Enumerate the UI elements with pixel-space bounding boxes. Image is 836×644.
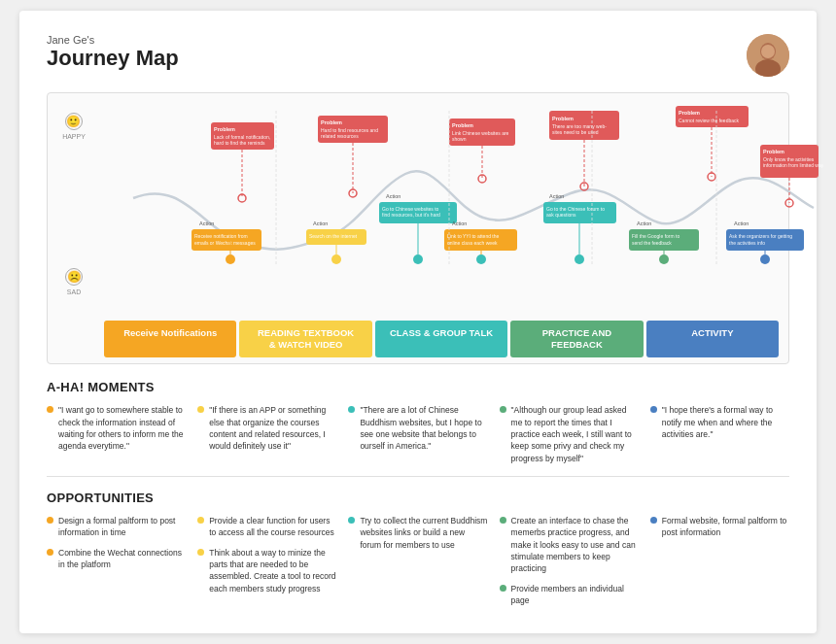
opp-dot-8: [650, 517, 657, 524]
aha-text-5: "I hope there's a formal way to notify m…: [662, 404, 789, 440]
opp-dot-5: [348, 517, 355, 524]
aha-text-2: "If there is an APP or something else th…: [209, 404, 336, 452]
aha-item-3: "There are a lot of Chinese Buddhism web…: [348, 404, 487, 464]
svg-text:Problem: Problem: [321, 119, 342, 125]
aha-item-5: "I hope there's a formal way to notify m…: [650, 404, 789, 464]
svg-text:Action: Action: [199, 220, 214, 226]
opp-item-6: Create an interface to chase the memerbs…: [500, 515, 639, 575]
aha-item-2: "If there is an APP or something else th…: [197, 404, 336, 464]
category-receive-notifications: Receive Notifications: [104, 321, 236, 358]
aha-dot-5: [650, 406, 657, 413]
svg-point-44: [226, 254, 235, 264]
opp-dot-3: [197, 517, 204, 524]
sad-label: ☹️ SAD: [65, 268, 83, 295]
aha-text-3: "There are a lot of Chinese Buddhism web…: [360, 404, 487, 452]
opp-text-3: Provide a clear function for users to ac…: [209, 515, 336, 539]
svg-text:Search on the internet: Search on the internet: [309, 233, 358, 239]
opportunities-grid: Design a formal paltform to post informa…: [47, 515, 789, 606]
svg-text:the activities info: the activities info: [729, 240, 765, 246]
header-text: Jane Ge's Journey Map: [47, 34, 179, 71]
svg-text:Action: Action: [452, 220, 467, 226]
category-class-group-talk: CLASS & GROUP TALK: [375, 321, 507, 358]
svg-text:Action: Action: [637, 220, 651, 226]
svg-text:find resources, but it's hard: find resources, but it's hard: [382, 212, 440, 218]
chart-area: Problem Lack of formal notification, har…: [104, 101, 779, 319]
opportunities-title: OPPORTUNITIES: [47, 491, 789, 505]
header-subtitle: Jane Ge's: [47, 34, 179, 46]
svg-text:Problem: Problem: [679, 110, 700, 116]
svg-point-67: [575, 254, 584, 264]
svg-text:Ask the organizers for getting: Ask the organizers for getting: [729, 233, 792, 239]
svg-text:Link to YYI to attend the: Link to YYI to attend the: [447, 233, 499, 239]
opp-text-8: Formal website, formal paltform to post …: [662, 515, 789, 539]
svg-text:Action: Action: [386, 193, 401, 199]
category-reading-textbook: READING TEXTBOOK& WATCH VIDEO: [239, 321, 371, 358]
aha-dot-4: [500, 406, 506, 413]
aha-dot-3: [348, 406, 355, 413]
svg-point-79: [760, 254, 770, 264]
opp-dot-7: [500, 585, 506, 592]
svg-text:sites need to be used: sites need to be used: [552, 129, 599, 135]
opp-item-1: Design a formal paltform to post informa…: [47, 515, 186, 539]
aha-text-1: "I want go to somewhere stable to check …: [58, 404, 186, 452]
svg-point-55: [413, 254, 423, 264]
sad-icon: ☹️: [65, 268, 83, 286]
svg-text:send the feedback: send the feedback: [632, 240, 672, 246]
opp-item-3: Provide a clear function for users to ac…: [197, 515, 336, 539]
opp-text-5: Try to collect the current Buddhism webs…: [360, 515, 487, 551]
aha-dot-1: [47, 406, 53, 413]
svg-text:Problem: Problem: [763, 149, 784, 154]
journey-map-container: 🙂 HAPPY ☹️ SAD Problem Lack of formal no…: [47, 92, 789, 365]
opp-item-4: Think about a way to minize the parts th…: [197, 547, 336, 594]
svg-text:ask questions: ask questions: [546, 212, 576, 218]
category-activity: ACTIVITY: [646, 321, 779, 358]
opp-item-2: Combine the Wechat connections in the pl…: [47, 547, 186, 571]
svg-text:Action: Action: [313, 220, 328, 226]
opp-dot-6: [500, 517, 506, 524]
svg-text:Fill the Google form to: Fill the Google form to: [632, 233, 679, 239]
svg-text:Action: Action: [549, 193, 564, 199]
svg-text:emails or Wechat messages: emails or Wechat messages: [194, 240, 256, 246]
happy-label: 🙂 HAPPY: [62, 113, 86, 140]
svg-text:Cannot review the feedback: Cannot review the feedback: [679, 118, 739, 123]
aha-moments-title: A-HA! MOMENTS: [47, 380, 789, 394]
opp-text-2: Combine the Wechat connections in the pl…: [58, 547, 186, 571]
svg-text:Problem: Problem: [552, 116, 574, 121]
category-practice-feedback: PRACTICE AND FEEDBACK: [510, 321, 643, 358]
svg-point-61: [476, 254, 486, 264]
page-title: Journey Map: [47, 46, 179, 71]
svg-text:related resources: related resources: [321, 133, 359, 139]
opp-item-7: Provide members an individual page: [500, 583, 639, 607]
avatar: [747, 34, 789, 77]
emotion-labels: 🙂 HAPPY ☹️ SAD: [53, 93, 94, 306]
aha-dot-2: [197, 406, 204, 413]
opp-item-8: Formal website, formal paltform to post …: [650, 515, 789, 539]
svg-point-73: [659, 254, 669, 264]
svg-text:Problem: Problem: [452, 122, 473, 128]
opp-dot-4: [197, 549, 204, 556]
aha-item-1: "I want go to somewhere stable to check …: [47, 404, 186, 464]
svg-text:shown: shown: [452, 136, 467, 142]
aha-item-4: "Although our group lead asked me to rep…: [500, 404, 639, 464]
svg-point-49: [331, 254, 341, 264]
opp-text-7: Provide members an individual page: [511, 583, 639, 607]
opp-item-5: Try to collect the current Buddhism webs…: [348, 515, 487, 551]
svg-text:Problem: Problem: [214, 126, 235, 132]
svg-text:online class each week: online class each week: [447, 240, 498, 246]
aha-text-4: "Although our group lead asked me to rep…: [511, 404, 639, 464]
category-bars: Receive Notifications READING TEXTBOOK& …: [104, 321, 779, 358]
divider: [47, 476, 789, 477]
opp-text-6: Create an interface to chase the memerbs…: [511, 515, 639, 575]
opp-dot-1: [47, 517, 53, 524]
happy-icon: 🙂: [65, 113, 83, 130]
svg-text:Receive notification from: Receive notification from: [194, 233, 248, 239]
opp-text-4: Think about a way to minize the parts th…: [209, 547, 336, 594]
journey-svg: Problem Lack of formal notification, har…: [104, 101, 823, 315]
svg-point-3: [761, 45, 775, 58]
svg-text:information from limited ways: information from limited ways: [763, 162, 823, 168]
page-header: Jane Ge's Journey Map: [47, 34, 789, 77]
svg-text:Action: Action: [734, 220, 749, 226]
opp-text-1: Design a formal paltform to post informa…: [58, 515, 186, 539]
aha-moments-grid: "I want go to somewhere stable to check …: [47, 404, 789, 464]
opp-dot-2: [47, 549, 53, 556]
